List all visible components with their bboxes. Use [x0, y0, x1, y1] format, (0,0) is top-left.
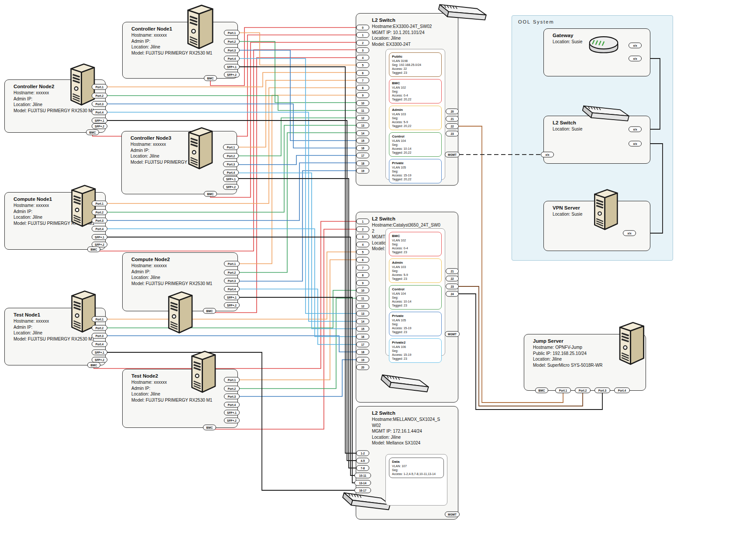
switch-port-chip: 16	[356, 334, 369, 340]
port-chip: Port.2	[224, 39, 240, 45]
connection-line	[234, 133, 362, 272]
vlan-name: Admin	[392, 108, 439, 112]
bmc-port-chip: BMC	[204, 191, 217, 197]
vlan-detail: Tagged: 23	[392, 71, 439, 75]
switch-port-chip: 4-5	[356, 458, 369, 464]
vlan-panel: DataVLAN: 107Seg:Access: 1-2,4-5,7-8,10-…	[385, 454, 447, 506]
switch-port-chip: 1-2	[356, 451, 369, 456]
vlan-detail: Tagged: 23	[392, 330, 439, 334]
port-chip: SFP+.1	[92, 234, 107, 240]
vlan-detail: VLAN 103	[392, 265, 439, 269]
controller-node1: Controller Node1Hostname: xxxxxxAdmin IP…	[122, 22, 238, 79]
server-icon	[613, 320, 649, 367]
vlan-detail: VLAN 104	[392, 139, 439, 143]
controller-node2-detail: Model: FUJITSU PRIMERGY RX2530 M1	[14, 108, 99, 114]
server-icon	[186, 348, 220, 395]
vlan-detail: Access: 0-4	[392, 246, 439, 250]
port-chip: Port.4	[92, 110, 107, 115]
switch-port-chip: 18	[356, 160, 369, 166]
l2-switch-ex3300-detail: Model: EX3300-24T	[372, 41, 440, 48]
switch-port-chip: 21	[446, 268, 459, 274]
vlan-name: BMC	[392, 81, 439, 86]
switch-port-chip: 20	[356, 365, 369, 370]
port-chip: SFP+.2	[224, 418, 240, 423]
mgmt-port-chip: MGMT	[445, 512, 460, 517]
switch-port-chip: 23	[446, 131, 459, 137]
port-chip: BMC	[535, 388, 548, 393]
vlan-data: DataVLAN: 107Seg:Access: 1-2,4-5,7-8,10-…	[389, 458, 444, 478]
vlan-detail: Tagged: 23	[392, 250, 439, 254]
port-chip: Port.1	[224, 377, 240, 383]
connection-line	[234, 33, 362, 65]
connection-line	[234, 155, 362, 165]
vlan-name: Admin	[392, 261, 439, 265]
switch-port-chip: 4	[356, 55, 369, 61]
switch-port-chip: 1	[356, 219, 369, 224]
port-chip: SFP+.1	[223, 176, 239, 182]
vlan-detail: Access: 15-19	[392, 173, 439, 177]
network-topology-diagram: OOL System	[0, 0, 756, 537]
switch-port-chip: 10	[356, 100, 369, 106]
port-chip: SFP+.1	[224, 410, 240, 416]
port-chip: Port.3	[223, 162, 239, 167]
connection-line	[234, 297, 362, 483]
switch-port-chip: 9	[356, 93, 369, 98]
port-chip: x/x	[629, 56, 642, 62]
switch-port-chip: 15	[356, 138, 369, 143]
port-chip: Port.4	[92, 341, 107, 347]
port-chip: Port.3	[224, 48, 240, 53]
switch-port-chip: 16	[356, 145, 369, 151]
switch-port-chip: 3	[356, 234, 369, 240]
vlan-name: Private	[392, 161, 439, 165]
connection-line	[234, 118, 362, 156]
l2-switch-ex3300-detail: Hostname:EX3300-24T_SW02	[372, 24, 440, 30]
port-chip: Port.4	[224, 56, 240, 62]
switch-port-chip: 12	[356, 303, 369, 309]
switch-port-chip: 21	[446, 116, 459, 122]
switch-port-chip: 7	[356, 77, 369, 83]
bmc-port-chip: BMC	[87, 362, 100, 368]
connection-line	[234, 298, 362, 389]
vlan-public: PublicVLAN 3198Seg: 192.168.25.0/24Acces…	[389, 52, 442, 77]
port-chip: Port.1	[555, 388, 571, 393]
port-chip: Port.3	[594, 388, 610, 393]
switch-port-chip: 13	[356, 311, 369, 317]
port-chip: Port.3	[92, 218, 107, 224]
vlan-control: ControlVLAN 104Seg:Access: 10-14Tagged: …	[389, 285, 442, 310]
server-icon	[162, 289, 197, 336]
port-chip: x/x	[623, 231, 636, 236]
router-icon	[586, 30, 622, 54]
bmc-port-chip: BMC	[203, 425, 216, 430]
port-chip: x/x	[629, 141, 642, 147]
vlan-bmc: BMCVLAN 102Seg:Access: 0-4Tagged: 20,22	[389, 79, 442, 103]
port-chip: Port.2	[92, 210, 107, 215]
l2-switch-mellanox-title: L2 Switch	[372, 410, 440, 416]
port-chip: Port.1	[92, 201, 107, 207]
vlan-detail: Tagged: 23	[392, 303, 439, 307]
compute-node2-detail: Model: FUJITSU PRIMERGY RX2530 M1	[131, 281, 231, 287]
switch-port-chip: 22	[446, 276, 459, 282]
vlan-detail: Seg:	[392, 242, 439, 246]
vlan-detail: VLAN 102	[392, 86, 439, 90]
port-chip: Port.2	[92, 93, 107, 99]
switch-port-chip: 23	[446, 284, 459, 289]
compute-node2-detail: Hostname: xxxxxx	[131, 263, 231, 269]
vlan-detail: Tagged: 20,22	[392, 151, 439, 155]
vlan-detail: Seg: 192.168.25.0/24	[392, 63, 439, 67]
switch-port-chip: 13	[356, 123, 369, 128]
switch-port-chip: 6	[356, 257, 369, 263]
vlan-detail: Tagged: 20,22	[392, 177, 439, 181]
l2-switch-catalyst-title: L2 Switch	[372, 216, 440, 221]
port-chip: Port.2	[223, 153, 239, 159]
mgmt-port-chip: MGMT	[445, 331, 460, 337]
vlan-name: Private2	[392, 341, 439, 345]
port-chip: Port.1	[92, 317, 107, 322]
port-chip: SFP+.1	[224, 295, 240, 300]
vlan-panel: BMCVLAN 102Seg:Access: 0-4Tagged: 23Admi…	[385, 228, 445, 356]
switch-port-chip: 17	[356, 153, 369, 158]
compute-node2-title: Compute Node2	[131, 257, 231, 262]
mgmt-port-chip: MGMT	[445, 152, 460, 158]
vlan-detail: Access: 15-19	[392, 353, 439, 357]
vlan-name: BMC	[392, 234, 439, 238]
vlan-detail: Access: 1-2,4-5,7-8,10-11,13-14	[392, 472, 441, 476]
